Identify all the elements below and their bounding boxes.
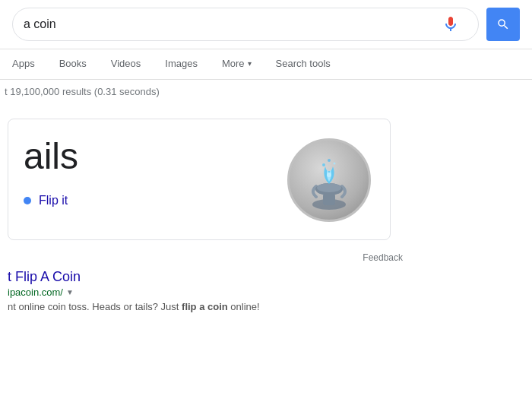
tab-apps[interactable]: Apps — [0, 49, 47, 80]
flip-it-dot — [24, 197, 31, 204]
nav-tabs: Apps Books Videos Images More ▾ Search t… — [0, 49, 532, 80]
flip-it-row: Flip it — [24, 194, 268, 207]
content-wrapper: t 19,100,000 results (0.31 seconds) ails… — [0, 80, 532, 318]
result-url-row: ipacoin.com/ ▼ — [8, 287, 403, 298]
snippet-bold: flip a coin — [182, 301, 228, 312]
svg-point-7 — [327, 173, 331, 177]
results-count: t 19,100,000 results (0.31 seconds) — [5, 80, 524, 103]
search-button[interactable] — [486, 8, 520, 41]
search-bar-container: a coin — [0, 0, 532, 49]
tab-more[interactable]: More ▾ — [210, 49, 264, 80]
tab-images[interactable]: Images — [153, 49, 210, 80]
result-url: ipacoin.com/ — [8, 287, 63, 298]
widget-wrapper: ails Flip it — [8, 109, 524, 318]
result-title[interactable]: t Flip A Coin — [8, 269, 403, 285]
search-result: t Flip A Coin ipacoin.com/ ▼ nt online c… — [8, 266, 403, 318]
result-url-dropdown[interactable]: ▼ — [66, 288, 74, 296]
coin-image-area — [283, 135, 375, 224]
search-icon — [496, 17, 510, 31]
svg-point-6 — [328, 159, 331, 162]
tab-books[interactable]: Books — [47, 49, 99, 80]
coin-flame-svg — [302, 150, 356, 211]
snippet-before: nt online coin toss. Heads or tails? Jus… — [8, 301, 182, 312]
snippet-after: online! — [228, 301, 260, 312]
result-snippet: nt online coin toss. Heads or tails? Jus… — [8, 299, 403, 315]
svg-point-4 — [322, 163, 325, 166]
tab-videos[interactable]: Videos — [99, 49, 154, 80]
tab-search-tools[interactable]: Search tools — [264, 49, 343, 80]
feedback-row[interactable]: Feedback — [8, 249, 403, 266]
coin-image — [287, 138, 371, 222]
coin-flip-left: ails Flip it — [24, 135, 283, 224]
search-input-wrapper: a coin — [12, 8, 479, 41]
widget-left: ails Flip it — [8, 109, 403, 318]
coin-flip-widget: ails Flip it — [8, 119, 391, 240]
mic-icon[interactable] — [442, 15, 460, 33]
svg-rect-1 — [323, 194, 335, 205]
svg-point-3 — [317, 183, 341, 192]
svg-point-5 — [334, 163, 336, 165]
search-input[interactable]: a coin — [24, 17, 442, 31]
more-dropdown-arrow: ▾ — [248, 59, 252, 68]
flip-it-link[interactable]: Flip it — [39, 194, 68, 207]
coin-result-label: ails — [24, 135, 268, 179]
